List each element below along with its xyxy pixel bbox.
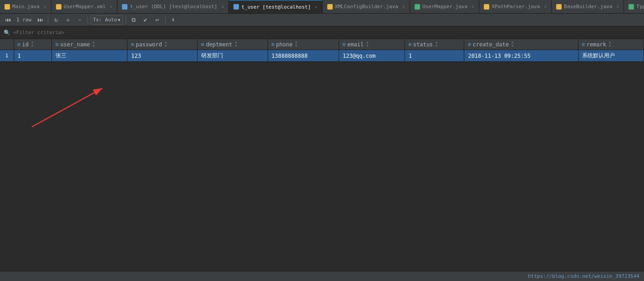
sort-arrows-id[interactable]: ▲▼ [31, 41, 33, 48]
sort-arrows-user-name[interactable]: ▲▼ [92, 41, 94, 48]
col-header-remark[interactable]: ⊞ remark ▲▼ [578, 39, 644, 50]
tab-t-user-active[interactable]: t_user [test@localhost] ✕ [229, 0, 322, 13]
last-row-button[interactable]: ⏭ [35, 15, 45, 25]
col-icon-password: ⊞ [131, 42, 134, 47]
tab-icon-xmlconfigbuilder [327, 4, 333, 10]
row-num-header [0, 39, 14, 50]
tab-icon-t-user-ddl [122, 4, 127, 10]
chevron-down-icon: ▼ [118, 18, 120, 22]
sep2 [87, 16, 88, 24]
close-tab-main-java[interactable]: ✕ [44, 4, 46, 9]
tab-bar: Main.java ✕ UserMapper.xml ✕ t_user (DDL… [0, 0, 644, 14]
row-num-cell: 1 [0, 50, 14, 62]
col-label-deptment: deptment [206, 41, 232, 48]
col-label-status: status [413, 41, 433, 48]
table-container: ⊞ id ▲▼ ⊞ user_name ▲▼ [0, 39, 644, 271]
revert-button[interactable]: ↩ [152, 15, 162, 25]
remove-row-button[interactable]: － [75, 15, 85, 25]
sort-arrows-deptment[interactable]: ▲▼ [235, 41, 237, 48]
close-tab-basebuilder[interactable]: ✕ [616, 4, 619, 9]
tab-icon-t-user-active [233, 4, 239, 10]
close-tab-usermapper-java[interactable]: ✕ [472, 4, 474, 9]
sort-arrows-remark[interactable]: ▲▼ [609, 41, 611, 48]
annotation-arrow [18, 79, 123, 129]
tab-t-user-ddl[interactable]: t_user (DDL) [test@localhost] ✕ [117, 0, 229, 13]
check-button[interactable]: ✔ [141, 15, 151, 25]
cell-id[interactable]: 1 [14, 50, 52, 62]
tab-usermapper-xml[interactable]: UserMapper.xml ✕ [51, 0, 118, 13]
tab-icon-usermapper-java [415, 4, 420, 10]
refresh-button[interactable]: ↻ [51, 15, 61, 25]
cell-remark[interactable]: 系统默认用户 [578, 50, 644, 62]
sep4 [165, 16, 166, 24]
tab-main-java[interactable]: Main.java ✕ [0, 0, 51, 13]
col-label-id: id [22, 41, 29, 48]
tab-typehandlerregis[interactable]: TypeHandlerRegis [624, 0, 644, 13]
close-tab-xpathparser[interactable]: ✕ [544, 4, 547, 9]
cell-phone[interactable]: 13888888888 [268, 50, 339, 62]
col-header-password[interactable]: ⊞ password ▲▼ [127, 39, 198, 50]
search-icon: 🔍 [4, 30, 10, 36]
cell-user-name[interactable]: 张三 [52, 50, 127, 62]
tab-usermapper-java[interactable]: UserMapper.java ✕ [410, 0, 479, 13]
col-label-user-name: user_name [60, 41, 90, 48]
col-icon-user-name: ⊞ [56, 42, 58, 47]
cell-status[interactable]: 1 [405, 50, 464, 62]
col-icon-deptment: ⊞ [201, 42, 204, 47]
table-row[interactable]: 1 1 张三 123 研发部门 13888888888 123@qq.com 1… [0, 50, 644, 62]
tab-label-t-user-ddl: t_user (DDL) [test@localhost] [130, 4, 217, 10]
tab-icon-xpathparser [484, 4, 489, 10]
col-header-status[interactable]: ⊞ status ▲▼ [405, 39, 464, 50]
col-header-id[interactable]: ⊞ id ▲▼ [14, 39, 52, 50]
first-row-button[interactable]: ⏮ [3, 15, 13, 25]
col-label-password: password [136, 41, 162, 48]
svg-line-1 [32, 88, 102, 127]
cell-deptment[interactable]: 研发部门 [198, 50, 268, 62]
col-header-deptment[interactable]: ⊞ deptment ▲▼ [198, 39, 268, 50]
col-header-email[interactable]: ⊞ email ▲▼ [339, 39, 405, 50]
tab-xpathparser[interactable]: XPathParser.java ✕ [479, 0, 552, 13]
sort-arrows-create-date[interactable]: ▲▼ [512, 41, 513, 48]
col-header-user-name[interactable]: ⊞ user_name ▲▼ [52, 39, 127, 50]
col-label-remark: remark [587, 41, 606, 48]
tab-label-main-java: Main.java [12, 4, 40, 10]
col-label-email: email [347, 41, 364, 48]
col-icon-status: ⊞ [409, 42, 411, 47]
col-icon-remark: ⊞ [582, 42, 585, 47]
col-header-phone[interactable]: ⊞ phone ▲▼ [268, 39, 339, 50]
col-icon-phone: ⊞ [272, 42, 274, 47]
tab-label-basebuilder: BaseBuilder.java [564, 4, 612, 10]
cell-password[interactable]: 123 [127, 50, 198, 62]
export-button[interactable]: ⬇ [168, 15, 178, 25]
col-header-create-date[interactable]: ⊞ create_date ▲▼ [464, 39, 578, 50]
sort-arrows-phone[interactable]: ▲▼ [295, 41, 297, 48]
sort-arrows-status[interactable]: ▲▼ [436, 41, 437, 48]
tab-icon-basebuilder [556, 4, 562, 10]
cell-create-date[interactable]: 2018-11-13 09:25:55 [464, 50, 578, 62]
tab-label-usermapper-java: UserMapper.java [422, 4, 467, 10]
sort-arrows-email[interactable]: ▲▼ [366, 41, 368, 48]
tab-label-xmlconfigbuilder: XMLConfigBuilder.java [335, 4, 398, 10]
tab-basebuilder[interactable]: BaseBuilder.java ✕ [552, 0, 624, 13]
tab-xmlconfigbuilder[interactable]: XMLConfigBuilder.java ✕ [323, 0, 410, 13]
copy-button[interactable]: ⧉ [129, 15, 139, 25]
sep1 [48, 16, 48, 24]
tab-label-t-user-active: t_user [test@localhost] [241, 4, 310, 10]
cell-email[interactable]: 123@qq.com [339, 50, 405, 62]
col-icon-email: ⊞ [343, 42, 345, 47]
filter-input[interactable] [13, 30, 640, 35]
add-row-button[interactable]: ＋ [63, 15, 73, 25]
sort-arrows-password[interactable]: ▲▼ [165, 41, 167, 48]
close-tab-usermapper-xml[interactable]: ✕ [110, 4, 112, 9]
tx-dropdown[interactable]: Tx: Auto ▼ [91, 15, 122, 25]
data-table: ⊞ id ▲▼ ⊞ user_name ▲▼ [0, 39, 644, 62]
tab-icon-main-java [5, 4, 10, 10]
tab-icon-typehandlerregis [629, 4, 634, 10]
filter-bar: 🔍 [0, 26, 644, 39]
close-tab-t-user-ddl[interactable]: ✕ [221, 4, 224, 9]
col-label-create-date: create_date [472, 41, 508, 48]
close-tab-xmlconfigbuilder[interactable]: ✕ [402, 4, 405, 9]
close-tab-t-user-active[interactable]: ✕ [315, 5, 318, 10]
status-url: https://blog.csdn.net/weixin_39723544 [528, 273, 639, 279]
col-icon-id: ⊞ [18, 42, 20, 47]
